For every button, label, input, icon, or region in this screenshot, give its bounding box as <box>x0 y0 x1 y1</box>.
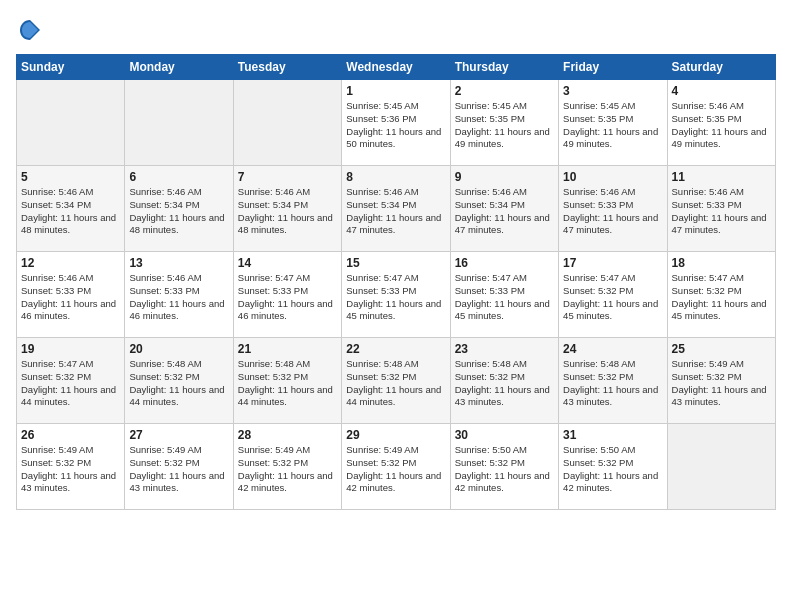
page-header <box>16 16 776 44</box>
day-number: 8 <box>346 170 445 184</box>
day-info: Sunrise: 5:46 AMSunset: 5:34 PMDaylight:… <box>238 186 337 237</box>
day-cell-29: 29Sunrise: 5:49 AMSunset: 5:32 PMDayligh… <box>342 424 450 510</box>
day-info: Sunrise: 5:48 AMSunset: 5:32 PMDaylight:… <box>563 358 662 409</box>
day-number: 13 <box>129 256 228 270</box>
day-number: 5 <box>21 170 120 184</box>
day-number: 31 <box>563 428 662 442</box>
day-info: Sunrise: 5:46 AMSunset: 5:33 PMDaylight:… <box>563 186 662 237</box>
day-cell-19: 19Sunrise: 5:47 AMSunset: 5:32 PMDayligh… <box>17 338 125 424</box>
day-cell-4: 4Sunrise: 5:46 AMSunset: 5:35 PMDaylight… <box>667 80 775 166</box>
day-cell-13: 13Sunrise: 5:46 AMSunset: 5:33 PMDayligh… <box>125 252 233 338</box>
day-number: 7 <box>238 170 337 184</box>
day-number: 19 <box>21 342 120 356</box>
day-cell-30: 30Sunrise: 5:50 AMSunset: 5:32 PMDayligh… <box>450 424 558 510</box>
day-cell-28: 28Sunrise: 5:49 AMSunset: 5:32 PMDayligh… <box>233 424 341 510</box>
day-info: Sunrise: 5:49 AMSunset: 5:32 PMDaylight:… <box>672 358 771 409</box>
logo <box>16 16 48 44</box>
day-info: Sunrise: 5:46 AMSunset: 5:33 PMDaylight:… <box>129 272 228 323</box>
empty-cell <box>233 80 341 166</box>
logo-icon <box>16 16 44 44</box>
day-number: 1 <box>346 84 445 98</box>
day-number: 2 <box>455 84 554 98</box>
day-number: 15 <box>346 256 445 270</box>
day-number: 29 <box>346 428 445 442</box>
day-cell-22: 22Sunrise: 5:48 AMSunset: 5:32 PMDayligh… <box>342 338 450 424</box>
day-info: Sunrise: 5:48 AMSunset: 5:32 PMDaylight:… <box>129 358 228 409</box>
day-info: Sunrise: 5:45 AMSunset: 5:35 PMDaylight:… <box>455 100 554 151</box>
day-cell-3: 3Sunrise: 5:45 AMSunset: 5:35 PMDaylight… <box>559 80 667 166</box>
day-info: Sunrise: 5:49 AMSunset: 5:32 PMDaylight:… <box>346 444 445 495</box>
day-info: Sunrise: 5:49 AMSunset: 5:32 PMDaylight:… <box>238 444 337 495</box>
day-number: 22 <box>346 342 445 356</box>
empty-cell <box>125 80 233 166</box>
day-info: Sunrise: 5:48 AMSunset: 5:32 PMDaylight:… <box>238 358 337 409</box>
day-number: 28 <box>238 428 337 442</box>
day-cell-18: 18Sunrise: 5:47 AMSunset: 5:32 PMDayligh… <box>667 252 775 338</box>
day-info: Sunrise: 5:49 AMSunset: 5:32 PMDaylight:… <box>129 444 228 495</box>
day-cell-12: 12Sunrise: 5:46 AMSunset: 5:33 PMDayligh… <box>17 252 125 338</box>
weekday-header-row: SundayMondayTuesdayWednesdayThursdayFrid… <box>17 55 776 80</box>
day-info: Sunrise: 5:47 AMSunset: 5:32 PMDaylight:… <box>21 358 120 409</box>
day-info: Sunrise: 5:45 AMSunset: 5:36 PMDaylight:… <box>346 100 445 151</box>
empty-cell <box>17 80 125 166</box>
day-cell-17: 17Sunrise: 5:47 AMSunset: 5:32 PMDayligh… <box>559 252 667 338</box>
day-number: 30 <box>455 428 554 442</box>
day-number: 9 <box>455 170 554 184</box>
weekday-header-wednesday: Wednesday <box>342 55 450 80</box>
day-number: 23 <box>455 342 554 356</box>
day-cell-20: 20Sunrise: 5:48 AMSunset: 5:32 PMDayligh… <box>125 338 233 424</box>
day-info: Sunrise: 5:45 AMSunset: 5:35 PMDaylight:… <box>563 100 662 151</box>
day-info: Sunrise: 5:49 AMSunset: 5:32 PMDaylight:… <box>21 444 120 495</box>
day-cell-25: 25Sunrise: 5:49 AMSunset: 5:32 PMDayligh… <box>667 338 775 424</box>
weekday-header-thursday: Thursday <box>450 55 558 80</box>
calendar-table: SundayMondayTuesdayWednesdayThursdayFrid… <box>16 54 776 510</box>
weekday-header-friday: Friday <box>559 55 667 80</box>
day-info: Sunrise: 5:47 AMSunset: 5:33 PMDaylight:… <box>455 272 554 323</box>
day-cell-11: 11Sunrise: 5:46 AMSunset: 5:33 PMDayligh… <box>667 166 775 252</box>
day-number: 27 <box>129 428 228 442</box>
day-number: 24 <box>563 342 662 356</box>
week-row-5: 26Sunrise: 5:49 AMSunset: 5:32 PMDayligh… <box>17 424 776 510</box>
day-number: 6 <box>129 170 228 184</box>
day-cell-16: 16Sunrise: 5:47 AMSunset: 5:33 PMDayligh… <box>450 252 558 338</box>
day-info: Sunrise: 5:46 AMSunset: 5:34 PMDaylight:… <box>129 186 228 237</box>
week-row-2: 5Sunrise: 5:46 AMSunset: 5:34 PMDaylight… <box>17 166 776 252</box>
day-number: 14 <box>238 256 337 270</box>
day-info: Sunrise: 5:50 AMSunset: 5:32 PMDaylight:… <box>563 444 662 495</box>
day-cell-10: 10Sunrise: 5:46 AMSunset: 5:33 PMDayligh… <box>559 166 667 252</box>
day-info: Sunrise: 5:47 AMSunset: 5:32 PMDaylight:… <box>672 272 771 323</box>
week-row-4: 19Sunrise: 5:47 AMSunset: 5:32 PMDayligh… <box>17 338 776 424</box>
day-info: Sunrise: 5:47 AMSunset: 5:33 PMDaylight:… <box>346 272 445 323</box>
day-number: 20 <box>129 342 228 356</box>
day-cell-8: 8Sunrise: 5:46 AMSunset: 5:34 PMDaylight… <box>342 166 450 252</box>
day-cell-7: 7Sunrise: 5:46 AMSunset: 5:34 PMDaylight… <box>233 166 341 252</box>
day-cell-15: 15Sunrise: 5:47 AMSunset: 5:33 PMDayligh… <box>342 252 450 338</box>
day-cell-27: 27Sunrise: 5:49 AMSunset: 5:32 PMDayligh… <box>125 424 233 510</box>
week-row-3: 12Sunrise: 5:46 AMSunset: 5:33 PMDayligh… <box>17 252 776 338</box>
day-number: 12 <box>21 256 120 270</box>
weekday-header-sunday: Sunday <box>17 55 125 80</box>
day-cell-14: 14Sunrise: 5:47 AMSunset: 5:33 PMDayligh… <box>233 252 341 338</box>
day-number: 4 <box>672 84 771 98</box>
day-cell-23: 23Sunrise: 5:48 AMSunset: 5:32 PMDayligh… <box>450 338 558 424</box>
day-number: 3 <box>563 84 662 98</box>
day-number: 16 <box>455 256 554 270</box>
day-cell-31: 31Sunrise: 5:50 AMSunset: 5:32 PMDayligh… <box>559 424 667 510</box>
day-number: 11 <box>672 170 771 184</box>
day-info: Sunrise: 5:46 AMSunset: 5:35 PMDaylight:… <box>672 100 771 151</box>
week-row-1: 1Sunrise: 5:45 AMSunset: 5:36 PMDaylight… <box>17 80 776 166</box>
day-cell-24: 24Sunrise: 5:48 AMSunset: 5:32 PMDayligh… <box>559 338 667 424</box>
day-info: Sunrise: 5:46 AMSunset: 5:33 PMDaylight:… <box>672 186 771 237</box>
day-cell-5: 5Sunrise: 5:46 AMSunset: 5:34 PMDaylight… <box>17 166 125 252</box>
day-info: Sunrise: 5:47 AMSunset: 5:32 PMDaylight:… <box>563 272 662 323</box>
day-number: 10 <box>563 170 662 184</box>
day-cell-9: 9Sunrise: 5:46 AMSunset: 5:34 PMDaylight… <box>450 166 558 252</box>
day-cell-2: 2Sunrise: 5:45 AMSunset: 5:35 PMDaylight… <box>450 80 558 166</box>
day-cell-1: 1Sunrise: 5:45 AMSunset: 5:36 PMDaylight… <box>342 80 450 166</box>
day-cell-26: 26Sunrise: 5:49 AMSunset: 5:32 PMDayligh… <box>17 424 125 510</box>
day-number: 21 <box>238 342 337 356</box>
day-info: Sunrise: 5:47 AMSunset: 5:33 PMDaylight:… <box>238 272 337 323</box>
day-info: Sunrise: 5:48 AMSunset: 5:32 PMDaylight:… <box>455 358 554 409</box>
weekday-header-tuesday: Tuesday <box>233 55 341 80</box>
weekday-header-saturday: Saturday <box>667 55 775 80</box>
